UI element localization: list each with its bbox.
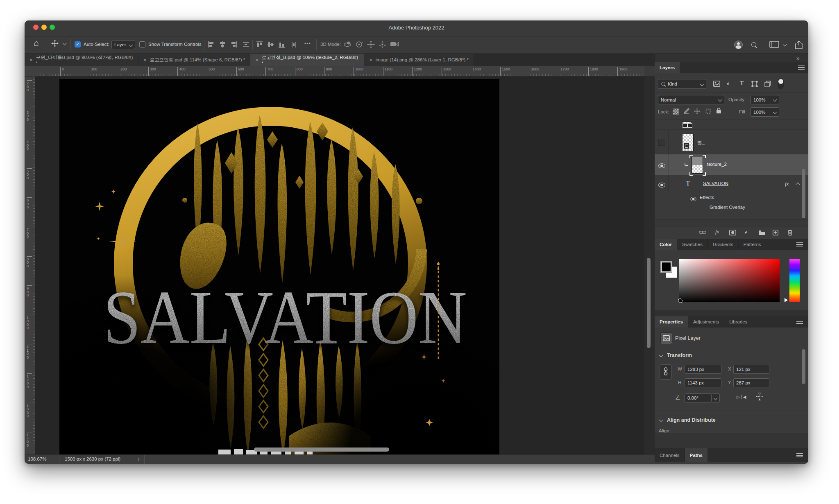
horizontal-scrollbar[interactable]	[254, 447, 389, 452]
move-tool-chevron-icon[interactable]	[63, 41, 67, 45]
color-picker-ring[interactable]	[678, 298, 683, 303]
close-icon[interactable]: ×	[143, 57, 147, 63]
zoom-level[interactable]: 108.67%	[28, 457, 46, 461]
distribute-horizontal-icon[interactable]	[243, 41, 249, 47]
search-icon[interactable]	[751, 42, 756, 47]
auto-select-checkbox[interactable]	[75, 41, 81, 47]
w-field[interactable]: 1283 px	[685, 365, 721, 374]
lock-position-icon[interactable]	[694, 108, 700, 114]
new-group-icon[interactable]	[758, 230, 765, 235]
home-icon[interactable]: ⌂	[34, 38, 39, 48]
lock-artboard-icon[interactable]	[705, 108, 711, 114]
layer-filter-dropdown[interactable]: Kind	[658, 79, 706, 89]
align-horizontal-centers-icon[interactable]	[219, 41, 226, 47]
effect-name[interactable]: Gradient Overlay	[710, 205, 745, 210]
tab-properties[interactable]: Properties	[655, 316, 688, 328]
workspace-chevron-icon[interactable]	[783, 43, 787, 47]
lock-image-icon[interactable]	[683, 108, 689, 114]
status-chevron-icon[interactable]: ›	[138, 456, 140, 462]
angle-field[interactable]: 0.00°	[685, 393, 712, 402]
account-avatar[interactable]	[734, 41, 743, 49]
move-tool-icon[interactable]	[51, 39, 59, 47]
lock-transparent-icon[interactable]	[673, 108, 679, 115]
visibility-toggle[interactable]	[658, 139, 665, 146]
tab-swatches[interactable]: Swatches	[677, 239, 707, 250]
align-top-edges-icon[interactable]	[256, 41, 263, 48]
effects-label[interactable]: Effects	[700, 195, 714, 200]
align-collapse-chevron-icon[interactable]	[659, 418, 663, 422]
close-icon[interactable]: ×	[369, 57, 372, 63]
filter-toggle[interactable]	[778, 78, 784, 89]
layer-name[interactable]: 별_	[697, 140, 705, 146]
tab-paths[interactable]: Paths	[685, 448, 707, 462]
align-left-edges-icon[interactable]	[208, 41, 215, 47]
layer-row-salvation[interactable]: T SALVATION fx	[655, 175, 808, 192]
link-layers-icon[interactable]	[699, 230, 706, 235]
new-layer-icon[interactable]	[773, 230, 778, 235]
foreground-color-swatch[interactable]	[660, 261, 672, 273]
close-icon[interactable]: ×	[255, 57, 259, 63]
vertical-ruler[interactable]: 2 0 03 0 04 0 05 0 06 0 07 0 08 0 09 0 0…	[25, 77, 35, 454]
visibility-eye-icon[interactable]	[658, 183, 665, 188]
h-field[interactable]: 1143 px	[685, 378, 721, 387]
layer-row-texture2-selected[interactable]: texture_2	[655, 154, 808, 175]
auto-select-dropdown[interactable]: Layer	[111, 40, 135, 49]
tab-libraries[interactable]: Libraries	[724, 316, 752, 328]
doc-tab-2[interactable]: × 로고포인트.psd @ 114% (Shape 6, RGB/8*) *	[138, 54, 250, 66]
vertical-scrollbar[interactable]	[647, 258, 651, 348]
close-icon[interactable]: ×	[29, 57, 33, 63]
add-mask-icon[interactable]	[729, 230, 736, 235]
3d-roll-icon[interactable]	[355, 41, 363, 48]
layer-thumbnail[interactable]	[692, 157, 703, 174]
adjustment-layer-icon[interactable]: ◐	[743, 228, 750, 236]
ruler-corner[interactable]	[25, 66, 35, 77]
share-icon[interactable]	[795, 40, 803, 49]
flip-horizontal-icon[interactable]: ▷┆◀	[737, 395, 746, 399]
layer-name[interactable]: SALVATION	[703, 181, 728, 186]
fx-badge[interactable]: fx	[785, 181, 789, 187]
hue-strip[interactable]	[789, 259, 800, 302]
3d-orbit-icon[interactable]	[343, 41, 351, 48]
tab-gradients[interactable]: Gradients	[707, 239, 738, 250]
layer-row-partial[interactable]	[655, 120, 808, 130]
distribute-vertical-icon[interactable]	[291, 41, 297, 48]
y-field[interactable]: 287 px	[733, 378, 769, 387]
properties-menu-icon[interactable]	[796, 320, 803, 324]
align-right-edges-icon[interactable]	[230, 41, 237, 47]
x-field[interactable]: 121 px	[733, 365, 769, 374]
filter-smart-objects-icon[interactable]	[764, 81, 771, 87]
tab-layers[interactable]: Layers	[655, 62, 680, 73]
fill-field[interactable]: 100%	[751, 107, 779, 117]
delete-layer-icon[interactable]	[787, 229, 793, 236]
layer-row-star[interactable]: 별_	[655, 130, 808, 154]
3d-pan-icon[interactable]	[367, 41, 375, 48]
visibility-eye-icon[interactable]	[658, 163, 665, 168]
doc-tab-3-active[interactable]: × 로고완성_B.psd @ 109% (texture_2, RGB/8#) …	[250, 54, 364, 66]
opacity-field[interactable]: 100%	[751, 95, 779, 104]
show-transform-checkbox[interactable]	[139, 41, 145, 47]
saturation-brightness-field[interactable]	[679, 259, 780, 302]
layer-style-fx-icon[interactable]: fx	[715, 228, 719, 235]
canvas[interactable]: SALVATION SALVATION SALVATION	[59, 79, 499, 454]
tab-channels[interactable]: Channels	[655, 448, 685, 462]
lock-all-icon[interactable]	[716, 108, 721, 114]
doc-tab-4[interactable]: × image (14).png @ 286% (Layer 1, RGB/8*…	[364, 54, 474, 66]
tab-adjustments[interactable]: Adjustments	[688, 316, 724, 328]
align-vertical-centers-icon[interactable]	[268, 41, 274, 48]
bottom-panel-menu-icon[interactable]	[796, 453, 803, 457]
layer-name[interactable]: texture_2	[707, 162, 727, 167]
layers-scrollbar[interactable]	[802, 169, 805, 218]
fil​ter-adjustment-layers-icon[interactable]: ◐	[727, 80, 730, 87]
horizontal-ruler[interactable]: 0100200300400500600700800900100011001200…	[35, 66, 644, 77]
layers-menu-icon[interactable]	[798, 66, 805, 70]
gradient-overlay-row[interactable]: Gradient Overlay	[655, 203, 808, 213]
properties-scrollbar[interactable]	[802, 349, 805, 384]
effects-eye-icon[interactable]	[690, 197, 696, 201]
doc-tab-1[interactable]: × 구원_타이틀B.psd @ 90.6% (작가명, RGB/8#) *	[25, 54, 138, 66]
filter-pixel-layers-icon[interactable]	[713, 81, 720, 87]
fx-collapse-chevron-icon[interactable]	[796, 183, 800, 187]
3d-slide-icon[interactable]	[379, 41, 386, 48]
tab-color[interactable]: Color	[655, 239, 677, 250]
align-bottom-edges-icon[interactable]	[279, 41, 285, 48]
filter-shape-layers-icon[interactable]	[751, 81, 758, 87]
